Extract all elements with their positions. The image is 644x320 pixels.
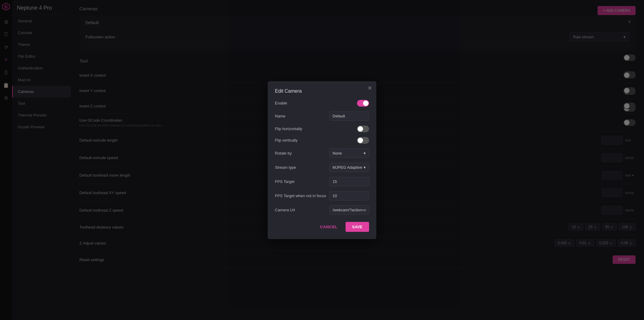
modal-flip-v-field: Flip vertically [275,137,369,144]
modal-rotate-label: Rotate by [275,151,329,155]
modal-enable-field: Enable [275,100,369,107]
modal-fps-target-input[interactable] [329,177,369,186]
modal-fps-target-field: FPS Target [275,177,369,186]
modal-flip-h-toggle[interactable] [357,126,369,132]
modal-name-label: Name [275,114,329,118]
modal-flip-v-label: Flip vertically [275,138,329,142]
modal-rotate-control: None ▾ [329,149,369,158]
modal-enable-toggle[interactable] [357,100,369,107]
modal-flip-h-label: Flip horizontally [275,126,329,131]
edit-camera-modal: Edit Camera ✕ Enable Name Flip horizonta… [268,81,376,239]
modal-flip-h-field: Flip horizontally [275,126,369,132]
modal-fps-target-control [329,177,369,186]
modal-stream-type-label: Stream type [275,165,329,170]
modal-camera-url-control [329,205,369,215]
modal-name-field: Name [275,111,369,121]
modal-stream-type-value: MJPEG Adaptive [333,165,362,170]
modal-stream-type-field: Stream type MJPEG Adaptive ▾ [275,163,369,172]
modal-enable-control [329,100,369,107]
modal-overlay: Edit Camera ✕ Enable Name Flip horizonta… [0,0,644,320]
modal-camera-url-field: Camera Url [275,205,369,215]
modal-rotate-field: Rotate by None ▾ [275,149,369,158]
modal-flip-v-control [329,137,369,144]
modal-rotate-value: None [333,151,342,155]
modal-fps-unfocused-label: FPS Target when not in focus [275,194,329,198]
modal-fps-unfocused-input[interactable] [329,191,369,200]
modal-rotate-chevron: ▾ [364,151,366,155]
modal-enable-label: Enable [275,101,329,105]
modal-fps-unfocused-field: FPS Target when not in focus [275,191,369,200]
modal-fps-target-label: FPS Target [275,179,329,184]
modal-name-control [329,111,369,121]
modal-stream-type-control: MJPEG Adaptive ▾ [329,163,369,172]
modal-close-button[interactable]: ✕ [368,85,372,91]
modal-rotate-select[interactable]: None ▾ [329,149,369,158]
modal-save-button[interactable]: SAVE [346,222,369,232]
modal-stream-type-select[interactable]: MJPEG Adaptive ▾ [329,163,369,172]
modal-stream-type-chevron: ▾ [364,165,366,170]
modal-name-input[interactable] [329,111,369,121]
modal-flip-h-control [329,126,369,132]
modal-actions: CANCEL SAVE [275,222,369,232]
modal-title: Edit Camera [275,88,369,94]
modal-camera-url-label: Camera Url [275,208,329,212]
modal-cancel-button[interactable]: CANCEL [316,222,342,232]
modal-fps-unfocused-control [329,191,369,200]
modal-flip-v-toggle[interactable] [357,137,369,144]
modal-camera-url-input[interactable] [329,205,369,215]
